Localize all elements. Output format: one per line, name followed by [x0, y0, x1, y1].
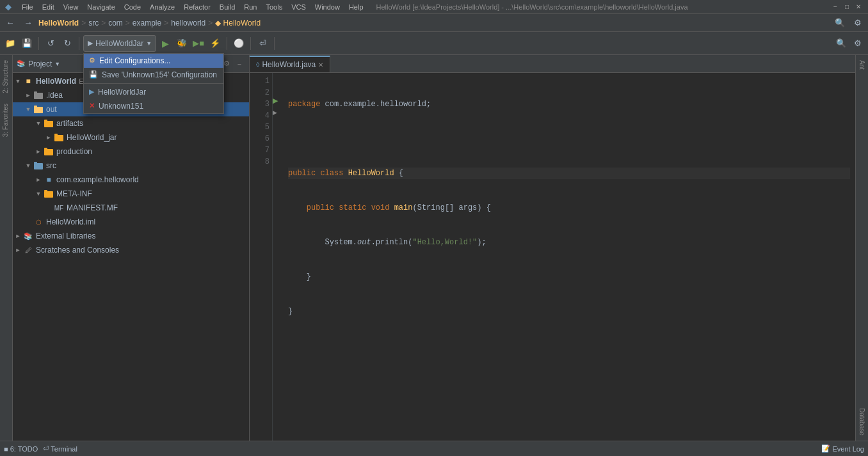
right-tab-ant[interactable]: Ant — [857, 55, 867, 75]
tree-item-helloworld-iml[interactable]: ► ⬡ HelloWorld.iml — [13, 215, 249, 229]
window-controls: − □ ✕ — [831, 3, 863, 12]
tree-item-artifacts[interactable]: ▼ artifacts — [13, 116, 249, 130]
breadcrumb-src[interactable]: src — [88, 19, 99, 28]
tab-java-icon: ◊ — [256, 61, 259, 68]
line-num-2: 2 — [250, 87, 269, 98]
breadcrumb-helloworld-pkg[interactable]: helloworld — [171, 19, 205, 28]
settings-button[interactable]: ⚙ — [850, 36, 865, 51]
toolbar-open-button[interactable]: 📁 — [3, 36, 18, 51]
tree-item-external-libs[interactable]: ► 📚 External Libraries — [13, 229, 249, 243]
breadcrumb-example[interactable]: example — [133, 19, 161, 28]
tree-item-helloworld-jar[interactable]: ► HelloWorld_jar — [13, 130, 249, 145]
terminal-button[interactable]: ⏎ — [255, 36, 270, 51]
gutter-run-main[interactable]: ▶ — [273, 107, 283, 119]
dropdown-item-save-config[interactable]: 💾 Save 'Unknown154' Configuration — [84, 68, 223, 82]
project-tree: ▼ ■ HelloWorld E:\IdeaProjects\HelloWorl… — [13, 73, 249, 441]
minimize-button[interactable]: − — [831, 3, 840, 12]
tree-label-idea: .idea — [46, 91, 63, 100]
svg-rect-13 — [44, 190, 47, 192]
tree-item-src[interactable]: ▼ src — [13, 159, 249, 173]
tree-arrow-out: ▼ — [23, 106, 33, 113]
sidebar-tab-structure[interactable]: 2: Structure — [0, 55, 12, 98]
left-sidebar-tabs: 2: Structure 3: Favorites — [0, 55, 13, 441]
menu-view[interactable]: View — [60, 3, 83, 12]
breadcrumb-com[interactable]: com — [108, 19, 123, 28]
helloworld-jar-label: HelloWorldJar — [98, 88, 146, 97]
dropdown-item-unknown151[interactable]: ✕ Unknown151 — [84, 99, 223, 113]
project-dropdown-arrow[interactable]: ▼ — [54, 61, 60, 67]
maximize-button[interactable]: □ — [842, 3, 851, 12]
tree-item-manifest[interactable]: ► MF MANIFEST.MF — [13, 201, 249, 215]
menu-help[interactable]: Help — [345, 3, 367, 12]
tree-arrow-production: ► — [33, 148, 44, 155]
menu-navigate[interactable]: Navigate — [83, 3, 118, 12]
menu-file[interactable]: File — [18, 3, 37, 12]
menu-edit[interactable]: Edit — [38, 3, 58, 12]
tree-arrow-root: ▼ — [13, 78, 23, 84]
save-config-label: Save 'Unknown154' Configuration — [102, 70, 217, 79]
save-config-icon: 💾 — [89, 70, 98, 79]
toolbar-redo-button[interactable]: ↻ — [60, 36, 75, 51]
breadcrumb-helloworld-file[interactable]: ◆ HelloWorld — [215, 19, 261, 28]
tree-item-production[interactable]: ► production — [13, 145, 249, 159]
menu-code[interactable]: Code — [120, 3, 145, 12]
tree-item-com-example[interactable]: ► ■ com.example.helloworld — [13, 173, 249, 187]
main-toolbar: 📁 💾 ↺ ↻ ▶ HelloWorldJar ▼ ⚙ Edit Configu… — [0, 32, 868, 55]
code-content[interactable]: package com.example.helloworld; public c… — [283, 73, 855, 441]
menu-tools[interactable]: Tools — [262, 3, 286, 12]
bottom-event-log-button[interactable]: 📝 Event Log — [821, 444, 864, 453]
menu-vcs[interactable]: VCS — [287, 3, 310, 12]
line-num-7: 7 — [250, 145, 269, 156]
menu-build[interactable]: Build — [216, 3, 239, 12]
toolbar-undo-button[interactable]: ↺ — [43, 36, 58, 51]
run-button[interactable]: ▶ — [157, 36, 173, 51]
menu-analyze[interactable]: Analyze — [146, 3, 179, 12]
nav-settings-button[interactable]: ⚙ — [850, 15, 865, 31]
build-button[interactable]: ⚡ — [207, 36, 223, 51]
menu-refactor[interactable]: Refactor — [180, 3, 214, 12]
run-coverage-button[interactable]: ▶■ — [191, 36, 206, 51]
bottom-terminal-button[interactable]: ⏎ Terminal — [43, 444, 77, 453]
tree-label-scratches: Scratches and Consoles — [36, 246, 119, 255]
project-hide-button[interactable]: − — [234, 58, 245, 70]
menu-window[interactable]: Window — [311, 3, 344, 12]
tree-label-root: HelloWorld — [36, 77, 76, 86]
gutter-run-class[interactable]: ▶ — [273, 96, 283, 107]
tree-item-meta-inf[interactable]: ▼ META-INF — [13, 187, 249, 201]
editor-tab-helloworld[interactable]: ◊ HelloWorld.java ✕ — [250, 56, 330, 72]
run-config-dropdown-arrow: ▼ — [146, 40, 152, 47]
tree-label-src: src — [46, 161, 56, 170]
run-config-button[interactable]: ▶ HelloWorldJar ▼ — [83, 35, 156, 52]
nav-search-everywhere-button[interactable]: 🔍 — [832, 15, 848, 31]
right-tab-database[interactable]: Database — [857, 403, 867, 441]
dropdown-item-helloworld-jar[interactable]: ▶ HelloWorldJar — [84, 85, 223, 99]
toolbar-separator-1 — [38, 37, 39, 50]
svg-rect-12 — [44, 191, 53, 198]
svg-rect-11 — [34, 162, 37, 164]
tree-label-com-example: com.example.helloworld — [56, 175, 139, 184]
line-num-8: 8 — [250, 156, 269, 168]
folder-icon-production — [44, 146, 54, 157]
close-button[interactable]: ✕ — [854, 3, 863, 12]
todo-label: 6: TODO — [10, 445, 38, 453]
sidebar-tab-favorites[interactable]: 3: Favorites — [0, 98, 12, 142]
tab-close-button[interactable]: ✕ — [318, 61, 323, 68]
run-configuration-selector[interactable]: ▶ HelloWorldJar ▼ ⚙ Edit Configurations.… — [83, 35, 156, 52]
debug-button[interactable]: 🐝 — [174, 36, 189, 51]
menu-run[interactable]: Run — [240, 3, 261, 12]
dropdown-item-edit-config[interactable]: ⚙ Edit Configurations... — [84, 54, 223, 68]
svg-rect-10 — [34, 163, 43, 169]
nav-forward-button[interactable]: → — [20, 15, 36, 31]
line-num-6: 6 — [250, 133, 269, 145]
search-everywhere-button[interactable]: 🔍 — [833, 36, 849, 51]
code-line-1: package com.example.helloworld; — [288, 98, 850, 110]
vcs-button[interactable]: ⚪ — [231, 36, 246, 51]
edit-config-label: Edit Configurations... — [99, 56, 170, 65]
nav-back-button[interactable]: ← — [3, 15, 18, 31]
navigation-bar: ← → HelloWorld > src > com > example > h… — [0, 14, 868, 32]
breadcrumb-helloworld[interactable]: HelloWorld — [38, 19, 79, 28]
bottom-todo-button[interactable]: ■ 6: TODO — [4, 445, 38, 453]
toolbar-save-button[interactable]: 💾 — [19, 36, 35, 51]
tree-label-manifest: MANIFEST.MF — [67, 203, 118, 212]
tree-item-scratches[interactable]: ► 🖉 Scratches and Consoles — [13, 243, 249, 257]
